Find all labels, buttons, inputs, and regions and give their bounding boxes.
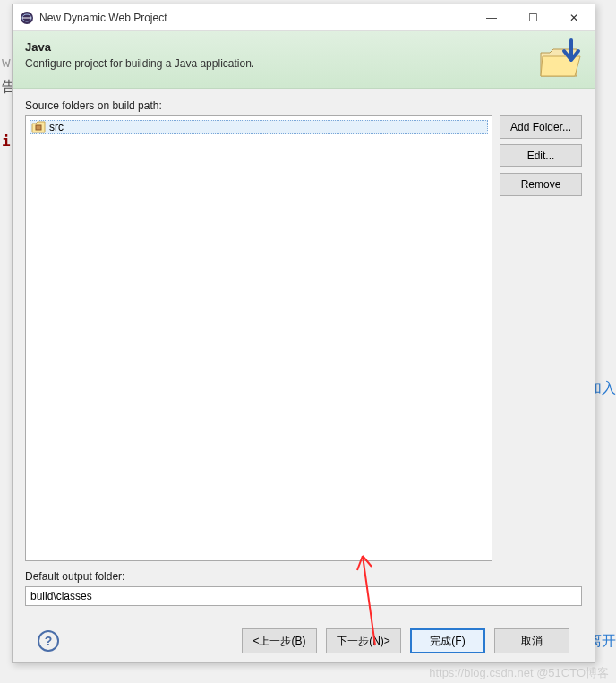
edit-button[interactable]: Edit...: [500, 144, 582, 167]
close-button[interactable]: ✕: [553, 4, 595, 30]
eclipse-icon: [20, 11, 34, 25]
add-folder-button[interactable]: Add Folder...: [500, 115, 582, 139]
tree-item-label: src: [49, 121, 64, 133]
package-folder-icon: [31, 121, 46, 133]
output-folder-label: Default output folder:: [25, 570, 582, 583]
next-button[interactable]: 下一步(N)>: [326, 628, 401, 653]
folder-icon: [537, 37, 586, 81]
source-folders-list[interactable]: src: [25, 115, 492, 561]
finish-button[interactable]: 完成(F): [410, 628, 485, 653]
minimize-button[interactable]: —: [471, 4, 512, 30]
back-button[interactable]: <上一步(B): [242, 628, 317, 653]
output-folder-input[interactable]: [25, 586, 582, 606]
banner: Java Configure project for building a Ja…: [13, 31, 595, 89]
titlebar[interactable]: New Dynamic Web Project — ☐ ✕: [13, 4, 595, 31]
help-button[interactable]: ?: [38, 630, 59, 652]
watermark: https://blog.csdn.net @51CTO博客: [429, 665, 609, 681]
maximize-button[interactable]: ☐: [512, 4, 553, 30]
dialog-window: New Dynamic Web Project — ☐ ✕ Java Confi…: [12, 4, 595, 663]
banner-heading: Java: [25, 40, 254, 54]
window-title: New Dynamic Web Project: [39, 12, 471, 24]
remove-button[interactable]: Remove: [500, 173, 582, 196]
cancel-button[interactable]: 取消: [494, 628, 569, 653]
banner-subtitle: Configure project for building a Java ap…: [25, 57, 254, 70]
source-folders-label: Source folders on build path:: [25, 99, 582, 112]
svg-rect-2: [36, 125, 41, 130]
tree-item[interactable]: src: [30, 120, 488, 134]
